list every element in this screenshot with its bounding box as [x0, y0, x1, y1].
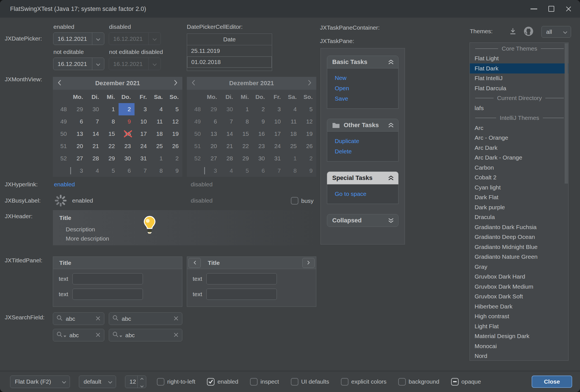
- task-link-save[interactable]: Save: [335, 93, 398, 104]
- datepicker-dropdown-button[interactable]: [92, 33, 104, 45]
- checkbox-item-ui-defaults[interactable]: UI defaults: [291, 378, 329, 386]
- theme-item-monocai[interactable]: Monocai: [470, 341, 568, 351]
- spinner-buttons[interactable]: [137, 376, 146, 388]
- day-cell[interactable]: 30: [87, 103, 103, 115]
- day-cell[interactable]: 19: [166, 128, 182, 140]
- day-cell[interactable]: 24: [135, 140, 150, 152]
- theme-item-lafs[interactable]: lafs: [470, 103, 568, 113]
- checkbox-opaque[interactable]: [451, 378, 459, 386]
- theme-item-material-design-dark[interactable]: Material Design Dark: [470, 331, 568, 341]
- busy-checkbox-item[interactable]: busy: [291, 197, 313, 205]
- day-cell[interactable]: 26: [166, 140, 182, 152]
- theme-item-dracula[interactable]: Dracula: [470, 212, 568, 222]
- day-cell[interactable]: 1: [103, 103, 119, 115]
- day-cell[interactable]: 5: [166, 103, 182, 115]
- theme-item-nord[interactable]: Nord: [470, 351, 568, 361]
- checkbox-inspect[interactable]: [250, 378, 258, 386]
- clear-icon[interactable]: [96, 332, 100, 339]
- clear-icon[interactable]: [174, 332, 178, 339]
- theme-item-gradianto-deep-ocean[interactable]: Gradianto Deep Ocean: [470, 232, 568, 242]
- day-cell-selected[interactable]: 2: [119, 103, 135, 115]
- day-cell[interactable]: 18: [150, 128, 166, 140]
- close-button[interactable]: Close: [532, 376, 572, 388]
- day-cell-crossed[interactable]: 16: [119, 128, 135, 140]
- day-cell-flagged[interactable]: 9: [119, 115, 135, 128]
- taskpane-header-basic-tasks[interactable]: Basic Tasks: [327, 56, 399, 68]
- day-cell[interactable]: 13: [71, 128, 87, 140]
- datepicker-enabled[interactable]: 16.12.2021: [53, 32, 104, 45]
- next-month-button[interactable]: [169, 80, 182, 87]
- datepicker-value[interactable]: 16.12.2021: [53, 35, 92, 42]
- day-cell[interactable]: 30: [119, 152, 135, 165]
- checkbox-explicit-colors[interactable]: [341, 378, 348, 386]
- day-cell[interactable]: 22: [103, 140, 119, 152]
- day-cell[interactable]: 4: [87, 165, 103, 177]
- checkbox-background[interactable]: [398, 378, 406, 386]
- day-cell[interactable]: 11: [150, 115, 166, 128]
- collapse-chevron-icon[interactable]: [388, 175, 394, 181]
- day-cell[interactable]: 27: [71, 152, 87, 165]
- theme-item-light-flat[interactable]: Light Flat: [470, 321, 568, 331]
- day-cell[interactable]: 21: [87, 140, 103, 152]
- day-cell[interactable]: 20: [71, 140, 87, 152]
- download-theme-button[interactable]: [509, 27, 517, 37]
- day-cell[interactable]: 15: [103, 128, 119, 140]
- search-value[interactable]: abc: [69, 332, 93, 339]
- day-cell[interactable]: 12: [166, 115, 182, 128]
- laf-combo[interactable]: Flat Dark (F2): [10, 376, 70, 388]
- theme-item-gruvbox-dark-hard[interactable]: Gruvbox Dark Hard: [470, 272, 568, 282]
- day-cell[interactable]: 8: [103, 115, 119, 128]
- checkbox-item-opaque[interactable]: opaque: [451, 378, 481, 386]
- day-cell[interactable]: 8: [150, 165, 166, 177]
- checkbox-right-to-left[interactable]: [157, 378, 164, 386]
- theme-item-cobalt-2[interactable]: Cobalt 2: [470, 173, 568, 183]
- search-field[interactable]: abc: [109, 312, 182, 325]
- hyperlink-enabled[interactable]: enabled: [54, 181, 75, 188]
- day-cell[interactable]: 29: [71, 103, 87, 115]
- expand-chevron-icon[interactable]: [388, 217, 394, 224]
- day-cell[interactable]: 6: [71, 115, 87, 128]
- theme-item-arc-dark-orange[interactable]: Arc Dark - Orange: [470, 153, 568, 163]
- theme-item-flat-darcula[interactable]: Flat Darcula: [470, 83, 568, 93]
- prev-month-button[interactable]: [53, 80, 66, 87]
- taskpane-header-other-tasks[interactable]: Other Tasks: [327, 119, 399, 132]
- search-field-with-menu[interactable]: abc: [109, 329, 182, 341]
- theme-item-dark-flat[interactable]: Dark Flat: [470, 193, 568, 203]
- datepicker-not-editable[interactable]: 16.12.2021: [53, 58, 104, 70]
- text-input[interactable]: [206, 289, 277, 300]
- day-cell[interactable]: 9: [166, 165, 182, 177]
- font-size-spinner[interactable]: 12: [125, 376, 146, 388]
- theme-item-gradianto-dark-fuchsia[interactable]: Gradianto Dark Fuchsia: [470, 222, 568, 232]
- day-cell[interactable]: 25: [150, 140, 166, 152]
- task-link-go-to-space[interactable]: Go to space: [335, 189, 398, 199]
- search-menu-icon[interactable]: [56, 331, 66, 339]
- font-combo[interactable]: default: [79, 376, 116, 388]
- theme-item-arc-orange[interactable]: Arc - Orange: [470, 133, 568, 143]
- theme-item-gruvbox-dark-medium[interactable]: Gruvbox Dark Medium: [470, 282, 568, 292]
- table-row[interactable]: 25.11.2019: [187, 45, 272, 56]
- checkbox-item-inspect[interactable]: inspect: [250, 378, 279, 386]
- theme-item-cyan-light[interactable]: Cyan light: [470, 182, 568, 193]
- titledpanel-prev-button[interactable]: [188, 258, 201, 268]
- task-link-open[interactable]: Open: [335, 83, 398, 93]
- checkbox-item-background[interactable]: background: [398, 378, 439, 386]
- search-value[interactable]: abc: [125, 332, 171, 339]
- theme-item-flat-intellij[interactable]: Flat IntelliJ: [470, 73, 568, 84]
- day-cell[interactable]: 3: [71, 165, 87, 177]
- theme-item-gradianto-midnight-blue[interactable]: Gradianto Midnight Blue: [470, 242, 568, 252]
- checkbox-item-enabled[interactable]: enabled: [207, 378, 238, 386]
- day-cell[interactable]: 17: [135, 128, 150, 140]
- busy-checkbox[interactable]: [291, 197, 298, 205]
- day-cell[interactable]: 3: [135, 103, 150, 115]
- text-input[interactable]: [72, 273, 143, 284]
- clear-icon[interactable]: [174, 315, 178, 322]
- collapse-chevron-icon[interactable]: [388, 59, 394, 65]
- theme-item-gruvbox-dark-soft[interactable]: Gruvbox Dark Soft: [470, 292, 568, 302]
- day-cell[interactable]: 23: [119, 140, 135, 152]
- search-value[interactable]: abc: [122, 315, 171, 322]
- day-cell[interactable]: 4: [150, 103, 166, 115]
- maximize-button[interactable]: [543, 0, 560, 18]
- theme-item-gradianto-nature-green[interactable]: Gradianto Nature Green: [470, 252, 568, 262]
- day-cell[interactable]: 2: [166, 152, 182, 165]
- day-cell[interactable]: 7: [135, 165, 150, 177]
